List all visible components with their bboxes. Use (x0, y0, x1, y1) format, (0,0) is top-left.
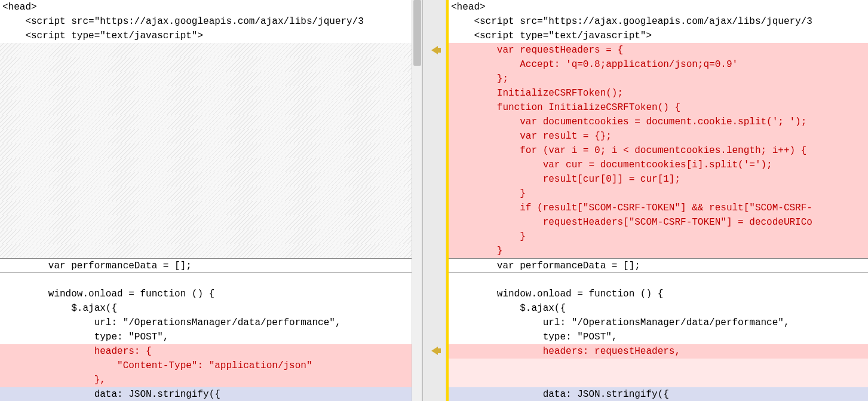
right-line[interactable]: type: "POST", (446, 330, 868, 344)
scrollbar-thumb[interactable] (413, 0, 421, 66)
gutter-cell (423, 57, 446, 72)
right-line[interactable]: for (var i = 0; i < documentcookies.leng… (446, 143, 868, 158)
right-line[interactable]: requestHeaders["SCOM-CSRF-TOKEN"] = deco… (446, 215, 868, 229)
gutter-cell (423, 201, 446, 215)
gutter-cell (423, 329, 446, 344)
right-pane: <head> <script src="https://ajax.googlea… (446, 0, 868, 401)
gutter-cell (423, 129, 446, 143)
right-line[interactable]: var result = {}; (446, 129, 868, 143)
change-marker-bar (446, 0, 449, 401)
right-line[interactable]: <script src="https://ajax.googleapis.com… (446, 14, 868, 29)
gutter-cell (423, 215, 446, 229)
right-line[interactable]: }; (446, 72, 868, 86)
gutter-cell (423, 100, 446, 115)
right-line[interactable]: <script type="text/javascript"> (446, 29, 868, 43)
left-line[interactable] (0, 143, 422, 158)
left-line[interactable]: window.onload = function () { (0, 287, 422, 301)
right-line[interactable]: url: "/OperationsManager/data/performanc… (446, 316, 868, 330)
merge-left-arrow-icon[interactable] (431, 347, 438, 355)
left-line[interactable]: "Content-Type": "application/json" (0, 359, 422, 373)
left-pane: <head> <script src="https://ajax.googlea… (0, 0, 422, 401)
right-line[interactable]: } (446, 229, 868, 244)
right-line[interactable]: } (446, 186, 868, 201)
gutter-cell (423, 344, 446, 358)
left-line[interactable] (0, 43, 422, 57)
right-line[interactable]: data: JSON.stringify({ (446, 387, 868, 401)
left-line[interactable] (0, 115, 422, 129)
right-line[interactable]: var performanceData = []; (446, 258, 868, 273)
gutter-cell (423, 258, 446, 272)
left-line[interactable] (0, 100, 422, 115)
right-line[interactable]: } (446, 244, 868, 258)
left-line[interactable]: <script type="text/javascript"> (0, 29, 422, 43)
right-line[interactable] (446, 359, 868, 373)
left-line[interactable]: }, (0, 373, 422, 387)
right-code-content[interactable]: <head> <script src="https://ajax.googlea… (446, 0, 868, 401)
gutter-cell (423, 243, 446, 258)
gutter-cell (423, 301, 446, 315)
left-line[interactable]: <head> (0, 0, 422, 14)
left-line[interactable] (0, 129, 422, 143)
left-code-content[interactable]: <head> <script src="https://ajax.googlea… (0, 0, 422, 401)
right-line[interactable]: $.ajax({ (446, 301, 868, 316)
left-line[interactable]: url: "/OperationsManager/data/performanc… (0, 316, 422, 330)
left-line[interactable] (0, 158, 422, 172)
gutter-cell (423, 286, 446, 301)
gutter-cell (423, 115, 446, 129)
left-line[interactable] (0, 244, 422, 258)
right-line[interactable]: headers: requestHeaders, (446, 344, 868, 359)
left-line[interactable]: type: "POST", (0, 330, 422, 344)
gutter-cell (423, 72, 446, 86)
gutter-cell (423, 315, 446, 329)
gutter-cell (423, 86, 446, 100)
gutter-cell (423, 172, 446, 186)
left-line[interactable] (0, 57, 422, 72)
left-line[interactable] (0, 172, 422, 186)
right-line[interactable]: window.onload = function () { (446, 287, 868, 301)
right-line[interactable]: Accept: 'q=0.8;application/json;q=0.9' (446, 57, 868, 72)
diff-gutter (422, 0, 446, 401)
gutter-cell (423, 43, 446, 57)
gutter-cell (423, 358, 446, 372)
right-line[interactable] (446, 273, 868, 287)
gutter-cell (423, 0, 446, 14)
left-line[interactable] (0, 186, 422, 201)
left-line[interactable]: var performanceData = []; (0, 258, 422, 273)
gutter-cell (423, 29, 446, 43)
left-line[interactable] (0, 201, 422, 215)
left-line[interactable]: data: JSON.stringify({ (0, 387, 422, 401)
right-line[interactable]: function InitializeCSRFToken() { (446, 100, 868, 115)
right-line[interactable]: InitializeCSRFToken(); (446, 86, 868, 100)
right-line[interactable] (446, 373, 868, 387)
right-line[interactable]: if (result["SCOM-CSRF-TOKEN"] && result[… (446, 201, 868, 215)
left-line[interactable] (0, 86, 422, 100)
left-line[interactable] (0, 72, 422, 86)
gutter-cell (423, 272, 446, 286)
left-line[interactable] (0, 215, 422, 229)
right-line[interactable]: var requestHeaders = { (446, 43, 868, 57)
gutter-cell (423, 158, 446, 172)
left-line[interactable] (0, 229, 422, 244)
merge-left-arrow-icon[interactable] (431, 46, 438, 54)
left-line[interactable]: headers: { (0, 344, 422, 359)
left-line[interactable] (0, 273, 422, 287)
left-line[interactable]: <script src="https://ajax.googleapis.com… (0, 14, 422, 29)
right-line[interactable]: <head> (446, 0, 868, 14)
gutter-cell (423, 372, 446, 387)
gutter-cell (423, 186, 446, 201)
diff-viewer: <head> <script src="https://ajax.googlea… (0, 0, 868, 401)
right-line[interactable]: result[cur[0]] = cur[1]; (446, 172, 868, 186)
gutter-cell (423, 387, 446, 401)
gutter-cell (423, 14, 446, 29)
right-line[interactable]: var documentcookies = document.cookie.sp… (446, 115, 868, 129)
left-scrollbar[interactable] (412, 0, 422, 401)
gutter-cell (423, 229, 446, 244)
gutter-cell (423, 143, 446, 158)
right-line[interactable]: var cur = documentcookies[i].split('='); (446, 158, 868, 172)
left-line[interactable]: $.ajax({ (0, 301, 422, 316)
